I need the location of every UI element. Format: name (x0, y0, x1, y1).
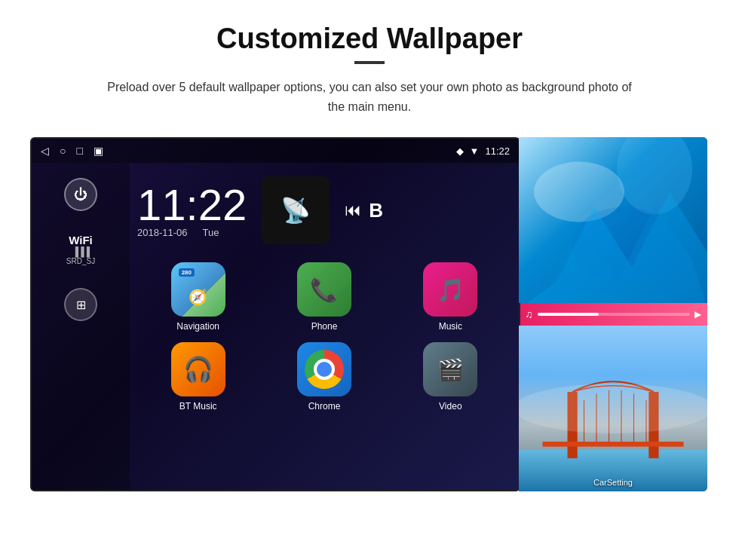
grid-icon: ⊞ (76, 298, 86, 312)
status-left: ◁ ○ □ ▣ (41, 145, 103, 157)
app-grid: 280 🧭 Navigation 📞 Phone (137, 262, 511, 412)
track-letter: B (369, 199, 383, 222)
clock-row: 11:22 2018-11-06 Tue 📡 ⏮ B (137, 170, 511, 250)
wallpaper-top (519, 137, 707, 303)
screenshot-icon[interactable]: ▣ (94, 145, 103, 157)
wifi-label: WiFi (66, 234, 95, 246)
device-wrapper: ◁ ○ □ ▣ ◆ ▼ 11:22 ⏻ WiFi ▐▐▐ SRD_ (30, 137, 709, 491)
chrome-ring (305, 350, 344, 389)
media-widget[interactable]: 📡 (262, 176, 330, 244)
wallpaper-panels: ♫ ▶ (519, 137, 707, 491)
app-video[interactable]: 🎬 Video (393, 342, 508, 412)
app-music[interactable]: 🎵 Music (393, 262, 508, 332)
back-arrow-icon[interactable]: ◁ (41, 145, 49, 157)
wifi-bars: ▐▐▐ (66, 246, 95, 257)
clock-time: 11:22 (137, 183, 247, 227)
video-icon: 🎬 (423, 342, 477, 396)
main-area: 11:22 2018-11-06 Tue 📡 ⏮ B (130, 163, 519, 490)
ice-svg (519, 137, 707, 303)
nav-badge: 280 (179, 268, 195, 277)
carsetting-label: CarSetting (519, 478, 707, 487)
status-bar: ◁ ○ □ ▣ ◆ ▼ 11:22 (32, 139, 519, 163)
home-circle-icon[interactable]: ○ (60, 145, 66, 157)
status-time: 11:22 (485, 145, 510, 157)
chrome-icon (297, 342, 351, 396)
bridge-wallpaper: CarSetting (519, 326, 707, 491)
music-strip-icon: ♫ (525, 308, 533, 320)
app-chrome[interactable]: Chrome (266, 342, 382, 412)
phone-icon: 📞 (297, 262, 351, 317)
bluetooth-glyph: 🎧 (183, 355, 213, 384)
android-screen: ◁ ○ □ ▣ ◆ ▼ 11:22 ⏻ WiFi ▐▐▐ SRD_ (30, 137, 520, 491)
svg-point-17 (519, 384, 707, 433)
power-icon: ⏻ (74, 187, 87, 203)
prev-track-icon[interactable]: ⏮ (345, 200, 361, 220)
bt-music-label: BT Music (179, 401, 217, 412)
music-glyph: 🎵 (437, 277, 465, 303)
media-controls: ⏮ B (345, 199, 383, 222)
page-title: Customized Wallpaper (216, 23, 523, 55)
clock-section: 11:22 2018-11-06 Tue (137, 183, 247, 238)
page-subtitle: Preload over 5 default wallpaper options… (98, 78, 641, 116)
media-wave-icon: 📡 (281, 196, 311, 225)
chrome-label: Chrome (308, 401, 341, 412)
bridge-svg (519, 326, 707, 491)
wifi-info: WiFi ▐▐▐ SRD_SJ (66, 234, 95, 265)
recent-apps-icon[interactable]: □ (76, 145, 82, 157)
music-strip-next: ▶ (695, 309, 701, 320)
app-navigation[interactable]: 280 🧭 Navigation (140, 262, 256, 332)
app-phone[interactable]: 📞 Phone (266, 262, 382, 332)
title-divider (354, 61, 385, 64)
app-bt-music[interactable]: 🎧 BT Music (140, 342, 256, 412)
day-value: Tue (203, 227, 219, 238)
apps-grid-button[interactable]: ⊞ (64, 288, 97, 321)
music-strip: ♫ ▶ (519, 303, 707, 326)
navigation-icon: 280 🧭 (171, 262, 225, 317)
wallpaper-bottom[interactable]: CarSetting (519, 326, 707, 491)
video-label: Video (439, 401, 461, 412)
date-value: 2018-11-06 (137, 227, 188, 238)
phone-label: Phone (311, 321, 338, 332)
music-icon: 🎵 (423, 262, 477, 317)
compass-icon: 🧭 (189, 288, 207, 306)
wifi-status-icon: ▼ (470, 145, 480, 157)
location-icon: ◆ (456, 145, 464, 157)
ice-wallpaper (519, 137, 707, 303)
music-label: Music (439, 321, 462, 332)
clapper-glyph: 🎬 (437, 357, 464, 382)
status-right: ◆ ▼ 11:22 (456, 145, 510, 157)
wifi-name: SRD_SJ (66, 257, 95, 265)
clock-date: 2018-11-06 Tue (137, 227, 247, 238)
music-progress-bar (538, 313, 691, 316)
bt-music-icon: 🎧 (171, 342, 225, 396)
phone-glyph: 📞 (310, 277, 338, 303)
svg-rect-10 (543, 442, 684, 447)
music-progress-fill (538, 313, 599, 316)
sidebar: ⏻ WiFi ▐▐▐ SRD_SJ ⊞ (32, 163, 130, 490)
navigation-label: Navigation (176, 321, 219, 332)
power-button[interactable]: ⏻ (64, 178, 97, 211)
chrome-center (314, 359, 335, 380)
screen-body: ⏻ WiFi ▐▐▐ SRD_SJ ⊞ 11:22 (32, 163, 519, 490)
